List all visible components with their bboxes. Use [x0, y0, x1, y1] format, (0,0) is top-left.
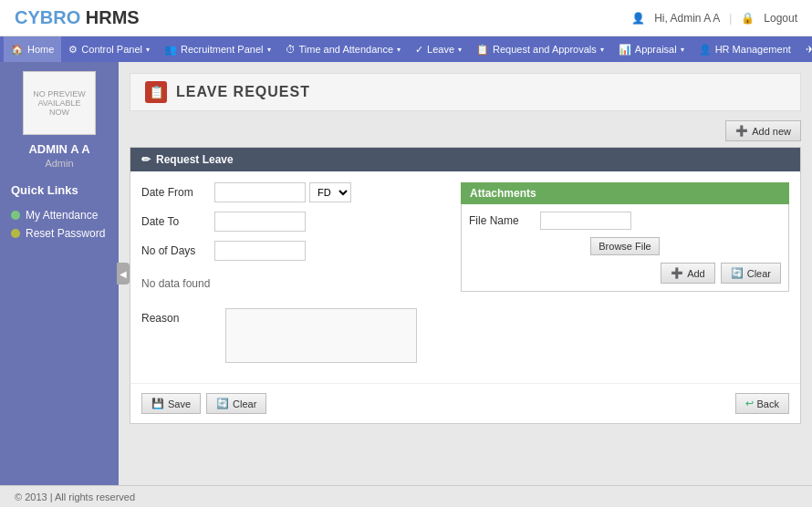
nav-time-label: Time and Attendance [299, 44, 394, 55]
attach-add-label: Add [687, 268, 705, 279]
nav-time[interactable]: ⏱ Time and Attendance ▾ [278, 36, 409, 62]
back-icon: ↩ [745, 398, 754, 409]
clear-button[interactable]: 🔄 Clear [206, 393, 266, 414]
no-of-days-row: No of Days [141, 241, 442, 261]
page-title: LEAVE REQUEST [176, 84, 310, 100]
nav-home-label: Home [27, 44, 54, 55]
date-from-label: Date From [141, 186, 214, 199]
form-body: Date From FD HD Date To No o [130, 171, 800, 374]
chevron-down-icon: ▾ [146, 46, 150, 54]
form-columns: Date From FD HD Date To No o [141, 182, 789, 363]
sidebar: ◀ NO PREVIEWAVAILABLENOW ADMIN A A Admin… [0, 62, 119, 485]
control-icon: ⚙ [68, 44, 78, 56]
leave-icon: ✓ [415, 44, 423, 56]
dot-green-icon [11, 211, 20, 220]
hr-icon: 👤 [699, 44, 712, 56]
lock-icon: 🔒 [741, 12, 755, 25]
fd-select[interactable]: FD HD [309, 182, 351, 202]
clear-label: Clear [233, 398, 256, 409]
leave-request-icon: 📋 [145, 81, 167, 103]
back-button[interactable]: ↩ Back [735, 393, 789, 414]
no-data-message: No data found [141, 270, 442, 297]
user-greeting: Hi, Admin A A [654, 12, 720, 25]
add-new-label: Add new [752, 126, 791, 137]
logo: CYBRO HRMS [15, 7, 140, 28]
form-footer: 💾 Save 🔄 Clear ↩ Back [130, 383, 800, 423]
sidebar-toggle[interactable]: ◀ [117, 263, 130, 285]
sidebar-item-attendance[interactable]: My Attendance [0, 206, 119, 224]
avatar: NO PREVIEWAVAILABLENOW [23, 71, 96, 135]
add-new-row: ➕ Add new [130, 120, 801, 141]
avatar-text: NO PREVIEWAVAILABLENOW [33, 89, 86, 117]
reason-section: Reason [141, 308, 442, 363]
form-card-header: ✏ Request Leave [130, 148, 800, 171]
dot-olive-icon [11, 229, 20, 238]
attach-clear-button[interactable]: 🔄 Clear [721, 263, 781, 284]
plus-icon: ➕ [735, 125, 748, 137]
reason-label: Reason [141, 308, 214, 325]
chevron-down-icon: ▾ [600, 46, 604, 54]
quick-links-title: Quick Links [0, 183, 78, 197]
nav-recruitment[interactable]: 👥 Recruitment Panel ▾ [157, 36, 278, 62]
form-left: Date From FD HD Date To No o [141, 182, 442, 363]
nav-appraisal[interactable]: 📊 Appraisal ▾ [611, 36, 692, 62]
footer-right-buttons: ↩ Back [735, 393, 789, 414]
footer: © 2013 | All rights reserved [0, 485, 812, 507]
save-button[interactable]: 💾 Save [141, 393, 201, 414]
attach-clear-label: Clear [747, 268, 771, 279]
logout-button[interactable]: Logout [764, 12, 797, 25]
requests-icon: 📋 [476, 44, 489, 56]
main-layout: ◀ NO PREVIEWAVAILABLENOW ADMIN A A Admin… [0, 62, 812, 485]
header: CYBRO HRMS 👤 Hi, Admin A A | 🔒 Logout [0, 0, 812, 36]
navbar: 🏠 Home ⚙ Control Panel ▾ 👥 Recruitment P… [0, 36, 812, 62]
attachments-body: File Name Browse File ➕ Add [461, 204, 789, 292]
save-icon: 💾 [151, 398, 164, 409]
nav-home[interactable]: 🏠 Home [4, 36, 61, 62]
date-to-input[interactable] [214, 212, 306, 232]
date-to-label: Date To [141, 215, 214, 228]
back-label: Back [757, 398, 779, 409]
chevron-down-icon: ▾ [397, 46, 401, 54]
chevron-down-icon: ▾ [267, 46, 271, 54]
date-from-row: Date From FD HD [141, 182, 442, 202]
no-of-days-label: No of Days [141, 244, 214, 257]
nav-appraisal-label: Appraisal [635, 44, 677, 55]
attach-add-button[interactable]: ➕ Add [661, 263, 715, 284]
nav-requests-label: Request and Approvals [493, 44, 597, 55]
sidebar-user-role: Admin [45, 158, 73, 169]
nav-control-panel[interactable]: ⚙ Control Panel ▾ [61, 36, 157, 62]
footer-text: © 2013 | All rights reserved [15, 491, 135, 502]
footer-left-buttons: 💾 Save 🔄 Clear [141, 393, 266, 414]
user-info: 👤 Hi, Admin A A | 🔒 Logout [631, 12, 797, 25]
logo-hrms: HRMS [80, 7, 139, 27]
recruitment-icon: 👥 [164, 44, 177, 56]
add-new-button[interactable]: ➕ Add new [725, 120, 801, 141]
chevron-down-icon: ▾ [681, 46, 684, 54]
file-name-input[interactable] [540, 212, 631, 230]
sidebar-item-reset-password[interactable]: Reset Password [0, 224, 119, 243]
nav-hr[interactable]: 👤 HR Management [692, 36, 798, 62]
separator: | [729, 12, 732, 25]
reason-textarea[interactable] [225, 308, 417, 363]
no-of-days-input[interactable] [214, 241, 306, 261]
clear-icon: 🔄 [731, 267, 744, 279]
file-name-label: File Name [469, 214, 533, 227]
chevron-down-icon: ▾ [458, 46, 462, 54]
pencil-icon: ✏ [141, 153, 151, 166]
form-section-title: Request Leave [156, 153, 234, 166]
attach-actions: ➕ Add 🔄 Clear [469, 263, 781, 284]
date-from-input[interactable] [214, 182, 306, 202]
nav-travel[interactable]: ✈ Travel and Accommodation ▾ [798, 36, 812, 62]
clear-icon: 🔄 [216, 398, 229, 409]
nav-leave[interactable]: ✓ Leave ▾ [408, 36, 469, 62]
nav-leave-label: Leave [427, 44, 454, 55]
sidebar-reset-label: Reset Password [26, 227, 105, 240]
nav-requests[interactable]: 📋 Request and Approvals ▾ [469, 36, 611, 62]
attachments-header: Attachments [461, 182, 789, 204]
home-icon: 🏠 [11, 44, 24, 56]
appraisal-icon: 📊 [619, 44, 631, 56]
nav-hr-label: HR Management [715, 44, 791, 55]
sidebar-user-name: ADMIN A A [28, 142, 89, 156]
form-card: ✏ Request Leave Date From FD HD [130, 147, 801, 424]
browse-file-button[interactable]: Browse File [590, 237, 659, 255]
